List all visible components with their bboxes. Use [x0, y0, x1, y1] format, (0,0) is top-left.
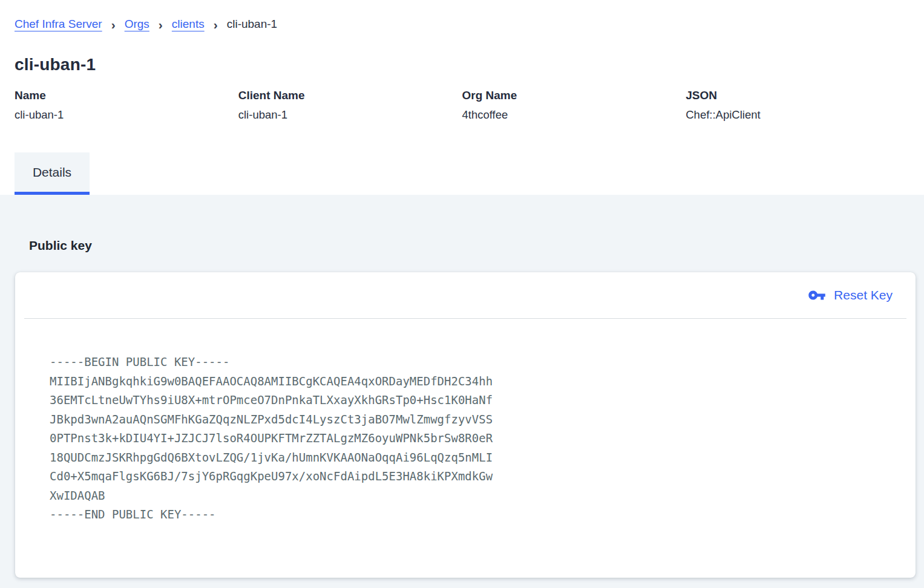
breadcrumb-link-clients[interactable]: clients: [172, 16, 205, 31]
breadcrumb-link-orgs[interactable]: Orgs: [125, 16, 149, 31]
field-name-value: cli-uban-1: [15, 109, 238, 121]
reset-key-label: Reset Key: [834, 288, 893, 302]
field-name-label: Name: [15, 89, 238, 102]
field-org-name-value: 4thcoffee: [462, 109, 686, 121]
field-org-name-label: Org Name: [462, 89, 686, 102]
public-key-heading: Public key: [0, 195, 924, 254]
client-summary: Name cli-uban-1 Client Name cli-uban-1 O…: [0, 89, 924, 121]
reset-key-button[interactable]: Reset Key: [805, 283, 895, 308]
field-client-name: Client Name cli-uban-1: [238, 89, 462, 121]
field-json-value: Chef::ApiClient: [686, 109, 909, 121]
key-icon: [808, 286, 826, 304]
breadcrumb-current-client: cli-uban-1: [227, 16, 277, 31]
chevron-right-icon: ›: [111, 18, 116, 31]
page-title: cli-uban-1: [15, 56, 909, 74]
tab-bar: Details: [0, 152, 924, 195]
field-name: Name cli-uban-1: [15, 89, 238, 121]
public-key-text: -----BEGIN PUBLIC KEY----- MIIBIjANBgkqh…: [50, 353, 916, 524]
field-client-name-label: Client Name: [238, 89, 462, 102]
field-org-name: Org Name 4thcoffee: [462, 89, 686, 121]
field-json: JSON Chef::ApiClient: [686, 89, 909, 121]
breadcrumb: Chef Infra Server › Orgs › clients › cli…: [0, 0, 924, 31]
chevron-right-icon: ›: [159, 18, 163, 31]
field-client-name-value: cli-uban-1: [238, 109, 462, 121]
chevron-right-icon: ›: [214, 18, 218, 31]
tab-details[interactable]: Details: [15, 152, 90, 195]
card-divider: [24, 318, 906, 319]
details-panel: Public key Reset Key -----BEGIN PUBLIC K…: [0, 195, 924, 588]
field-json-label: JSON: [686, 89, 909, 102]
breadcrumb-link-chef-infra-server[interactable]: Chef Infra Server: [15, 16, 102, 31]
public-key-card: Reset Key -----BEGIN PUBLIC KEY----- MII…: [15, 272, 916, 578]
card-toolbar: Reset Key: [15, 272, 916, 318]
